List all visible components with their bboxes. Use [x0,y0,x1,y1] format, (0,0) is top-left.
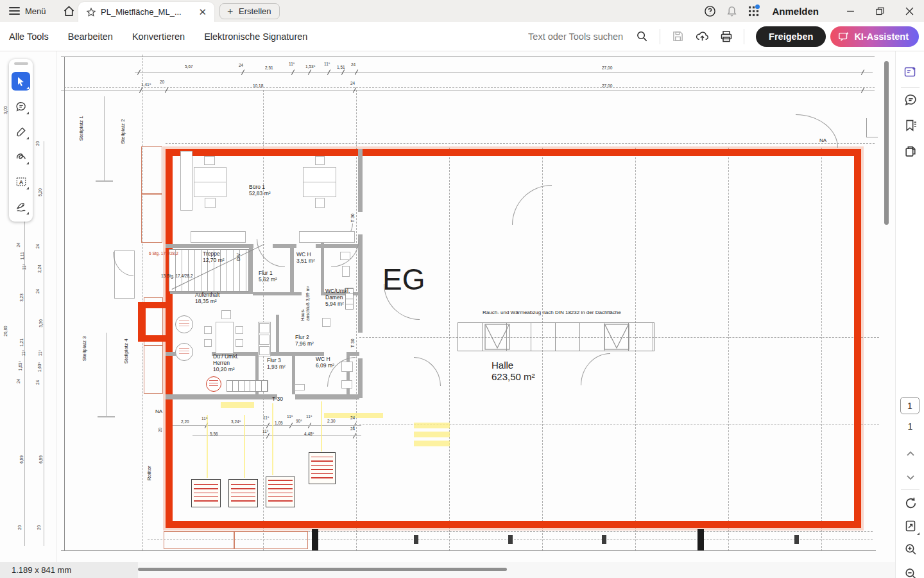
window-close-button[interactable] [894,0,924,22]
ai-assistant-panel-button[interactable] [901,63,920,82]
plan-line [61,550,876,551]
save-button[interactable] [665,26,690,48]
fill-sign-tool[interactable] [12,197,30,216]
highlight-annotation[interactable] [414,432,450,437]
zoom-out-button[interactable] [901,564,920,578]
dimension-label: 24 [351,62,355,67]
column-tick [508,535,513,544]
highlight-annotation[interactable] [221,402,254,408]
app-menu-button[interactable]: Menü [0,0,54,22]
text-select-tool[interactable]: A [12,172,30,191]
page-thumbnails-button[interactable] [901,141,920,161]
highlight-annotation[interactable] [414,441,450,446]
dimension-label: 20 [37,525,41,530]
vertical-scrollbar-thumb[interactable] [884,61,889,225]
dimension-label: 11⁵ [263,416,269,420]
dimension-label: 27,00 [602,83,612,88]
dimension-label: 27,00 [602,66,612,70]
plan-label: D/V [236,253,241,261]
previous-page-button[interactable] [901,444,920,464]
dimension-label: 3,23 [19,293,24,302]
comments-panel-button[interactable] [901,90,920,109]
axis-line [166,143,875,144]
dimension-label: 11⁵ [289,62,295,66]
menu-bearbeiten[interactable]: Bearbeiten [58,31,123,42]
draw-tool[interactable] [12,147,30,166]
notifications-button[interactable] [721,0,742,22]
dimension-label: 11⁵ [287,414,293,419]
dimension-label: 20 [17,525,22,530]
dimension-label: 6,99 [38,455,43,464]
comment-tool[interactable] [12,97,30,116]
highlight-pencil-tool[interactable] [12,122,30,141]
star-icon[interactable] [86,7,96,17]
help-button[interactable] [699,0,721,22]
highlight-annotation[interactable] [414,423,450,428]
svg-text:A: A [19,179,23,185]
dimension-label: 3,00 [3,106,8,114]
dimension-label: 1,21 [19,338,24,347]
dimension-label: 4,48⁵ [304,432,314,436]
document-size-label: 1.189 x 841 mm [0,562,138,578]
plan-label: Büro 1 52,83 m² [249,184,271,197]
tab-close-icon[interactable]: ✕ [196,6,209,18]
plan-label: 6 Stg. 17,4/28,2 [149,251,178,256]
dimension-label: 24 [35,244,40,249]
rotate-page-button[interactable] [901,493,920,512]
create-button[interactable]: ＋ Erstellen [219,3,280,19]
bookmarks-panel-button[interactable] [901,116,920,135]
menu-konvertieren[interactable]: Konvertieren [123,31,194,42]
window-restore-button[interactable] [865,0,894,22]
dimension-label: 1,53⁵ [305,64,315,69]
dimension-label: 10,18 [253,83,263,88]
bottom-bar: 1.189 x 841 mm [0,562,895,578]
dimension-label: 20 [35,141,40,146]
dimension-label: 24 [16,243,21,247]
menu-esignaturen[interactable]: Elektronische Signaturen [194,31,317,42]
column [697,529,704,550]
dimension-label: 6,99 [19,455,24,464]
quick-tools-palette: A [9,59,33,222]
right-sidebar: 1 [895,51,924,578]
palette-drag-handle[interactable] [14,62,28,65]
dimension-label: 1,41⁵ [141,82,151,87]
dimension-label: 3,30 [38,319,43,328]
dimension-label: 3,24⁵ [231,419,241,424]
print-button[interactable] [714,26,739,48]
search-field[interactable] [528,30,648,42]
parking-stall [141,194,162,243]
menu-alle-tools[interactable]: Alle Tools [0,31,58,42]
upload-cloud-button[interactable] [690,26,714,48]
parking-stall [144,346,163,394]
plan-label: Rauch- und Wärmeabzug nach DIN 18232 in … [483,310,621,316]
exit-step [866,118,878,137]
door-arc [796,114,838,148]
window-minimize-button[interactable] [835,0,865,22]
ai-assistant-button[interactable]: KI-Assistent [830,26,919,47]
zoom-in-button[interactable] [901,539,920,559]
plan-label: WC/Umkl. Damen 5,94 m² [325,288,350,308]
dimension-label: 24 [350,426,355,431]
document-tab[interactable]: PL_Mietfläche_ML_... ✕ [78,2,214,22]
plus-icon: ＋ [225,5,235,17]
skylight-panel [604,324,629,350]
plan-line [61,57,875,57]
dimension-label: 24 [239,63,243,67]
document-viewer[interactable]: Büro 1 52,83 m²Treppe 12,70 m²D/VWC H 3,… [0,51,895,562]
search-icon[interactable] [636,30,648,42]
share-button[interactable]: Freigeben [756,26,826,47]
page-number-input[interactable] [900,397,920,414]
dimension-label: 20,80 [3,326,8,336]
select-tool[interactable] [12,72,30,91]
next-page-button[interactable] [901,468,920,487]
sign-in-button[interactable]: Anmelden [772,6,819,17]
apps-grid-button[interactable] [742,0,764,22]
plan-label: Treppe 12,70 m² [203,250,225,263]
horizontal-scrollbar-thumb[interactable] [138,568,507,571]
main-toolbar: Alle Tools Bearbeiten Konvertieren Elekt… [0,22,924,51]
search-input[interactable] [528,31,631,42]
plan-label: EG [382,262,425,297]
fit-page-button[interactable] [901,516,920,536]
dimension-label: 1,51 [337,65,345,69]
plan-label: 13 Stg. 17,4/28,2 [161,274,193,279]
